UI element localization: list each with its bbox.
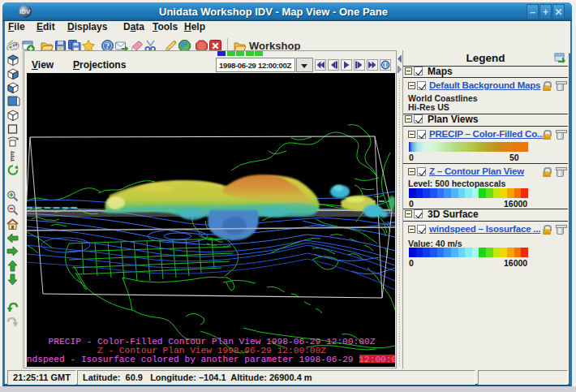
svg-text:windspeed - Isosurface colored: windspeed - Isosurface colored by anothe…	[27, 355, 395, 364]
svg-text:?: ?	[105, 41, 110, 50]
